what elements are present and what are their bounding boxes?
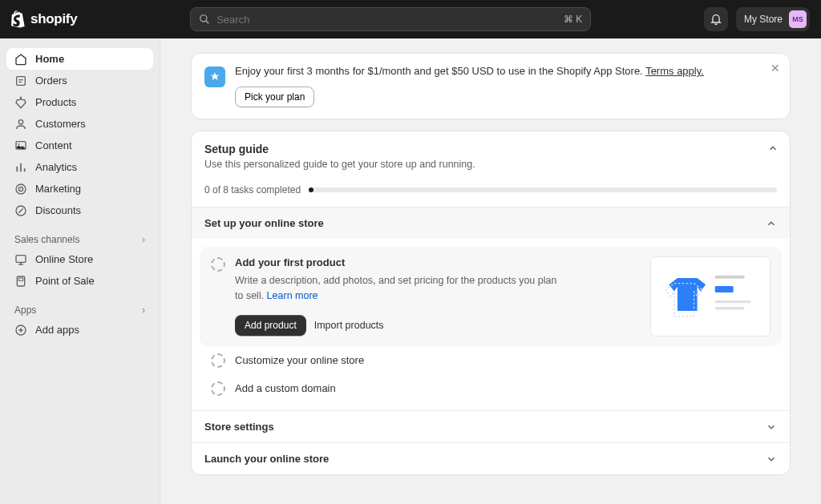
nav-analytics[interactable]: Analytics (6, 156, 153, 178)
progress-bar (309, 187, 777, 192)
notifications-button[interactable] (704, 7, 728, 31)
svg-rect-18 (715, 307, 745, 309)
chevron-down-icon (766, 421, 777, 433)
plus-circle-icon (14, 324, 27, 337)
discounts-icon (14, 204, 27, 217)
import-products-button[interactable]: Import products (314, 320, 384, 331)
analytics-icon (14, 161, 27, 174)
brand-label: shopify (30, 11, 77, 27)
search-icon (199, 14, 210, 25)
nav-discounts[interactable]: Discounts (6, 200, 153, 221)
star-badge-icon (204, 67, 225, 87)
shopify-bag-icon (11, 10, 27, 28)
content-icon (14, 139, 27, 152)
chevron-down-icon (766, 454, 777, 465)
nav-add-apps[interactable]: Add apps (6, 319, 153, 341)
chevron-right-icon: › (142, 234, 145, 245)
marketing-icon (14, 183, 27, 196)
svg-point-5 (18, 143, 19, 145)
home-icon (14, 53, 27, 66)
svg-point-0 (200, 15, 207, 22)
pos-icon (14, 275, 27, 288)
apps-header[interactable]: Apps › (6, 300, 153, 319)
banner-text: Enjoy your first 3 months for $1/month a… (235, 65, 777, 77)
svg-point-3 (18, 119, 22, 123)
guide-subtitle: Use this personalized guide to get your … (204, 159, 777, 170)
progress-text: 0 of 8 tasks completed (204, 184, 301, 196)
learn-more-link[interactable]: Learn more (267, 290, 318, 301)
bell-icon (710, 13, 722, 26)
store-name: My Store (744, 14, 783, 25)
customers-icon (14, 118, 27, 131)
section-setup-store[interactable]: Set up your online store (192, 207, 790, 239)
product-illustration (650, 256, 770, 337)
nav-orders[interactable]: Orders (6, 70, 153, 91)
close-icon[interactable]: ✕ (770, 62, 780, 75)
section-store-settings[interactable]: Store settings (192, 410, 790, 442)
task-add-product: Add your first product Write a descripti… (200, 247, 782, 346)
task-title: Add your first product (235, 256, 641, 268)
svg-rect-12 (18, 278, 22, 280)
svg-point-8 (20, 188, 21, 189)
pick-plan-button[interactable]: Pick your plan (235, 87, 314, 107)
task-description: Write a description, add photos, and set… (235, 273, 564, 304)
terms-link[interactable]: Terms apply. (645, 65, 704, 77)
collapse-guide-button[interactable] (767, 143, 779, 154)
task-customize-store[interactable]: Customize your online store (200, 346, 782, 374)
svg-line-1 (206, 21, 209, 24)
search-input[interactable] (216, 14, 557, 26)
chevron-right-icon: › (142, 304, 145, 316)
svg-rect-10 (16, 255, 26, 262)
nav-point-of-sale[interactable]: Point of Sale (6, 270, 153, 292)
svg-rect-15 (715, 276, 745, 279)
orders-icon (14, 75, 27, 87)
top-bar: shopify ⌘ K My Store MS (0, 0, 821, 38)
top-actions: My Store MS (704, 7, 810, 31)
setup-guide-card: Setup guide Use this personalized guide … (191, 131, 791, 475)
avatar: MS (789, 10, 807, 28)
store-switcher[interactable]: My Store MS (736, 7, 810, 31)
nav-customers[interactable]: Customers (6, 113, 153, 135)
svg-rect-16 (715, 286, 734, 292)
nav-content[interactable]: Content (6, 135, 153, 156)
search-input-wrapper[interactable]: ⌘ K (190, 7, 591, 31)
shopify-logo[interactable]: shopify (11, 10, 77, 28)
nav-products[interactable]: Products (6, 91, 153, 113)
nav-marketing[interactable]: Marketing (6, 178, 153, 200)
search-shortcut: ⌘ K (564, 14, 582, 25)
svg-rect-17 (715, 300, 751, 303)
products-icon (14, 96, 27, 109)
task-custom-domain[interactable]: Add a custom domain (200, 374, 782, 402)
chevron-up-icon (766, 218, 777, 229)
task-checkbox[interactable] (211, 381, 225, 396)
content-area: Enjoy your first 3 months for $1/month a… (160, 38, 821, 504)
guide-title: Setup guide (204, 143, 777, 155)
trial-banner: Enjoy your first 3 months for $1/month a… (191, 53, 791, 119)
nav-online-store[interactable]: Online Store (6, 248, 153, 270)
sales-channels-header[interactable]: Sales channels › (6, 229, 153, 248)
section-launch-store[interactable]: Launch your online store (192, 442, 790, 474)
sidebar: Home Orders Products Customers Content A… (0, 38, 160, 504)
search-container: ⌘ K (88, 7, 693, 31)
online-store-icon (14, 253, 27, 266)
nav-home[interactable]: Home (6, 48, 153, 70)
svg-rect-2 (17, 76, 26, 85)
task-checkbox[interactable] (211, 353, 225, 368)
task-checkbox[interactable] (211, 257, 225, 272)
add-product-button[interactable]: Add product (235, 315, 306, 336)
